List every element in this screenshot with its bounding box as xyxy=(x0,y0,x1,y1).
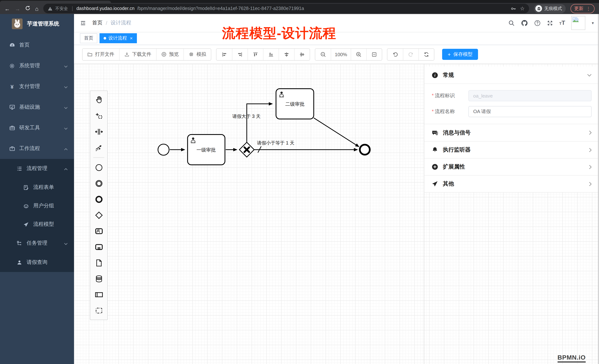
sidebar-item-home[interactable]: 首页 xyxy=(0,35,74,55)
flow-gateway-to-task2[interactable] xyxy=(247,104,272,142)
sidebar-item-devtools[interactable]: 研发工具 xyxy=(0,118,74,138)
chevron-right-icon xyxy=(589,165,592,169)
lasso-tool[interactable] xyxy=(90,108,107,124)
space-tool[interactable] xyxy=(90,124,107,140)
align-right-button[interactable] xyxy=(232,49,247,60)
breadcrumb-home[interactable]: 首页 xyxy=(92,20,103,26)
tag-home[interactable]: 首页 xyxy=(80,33,97,43)
start-event[interactable] xyxy=(158,144,169,155)
align-bottom-button[interactable] xyxy=(263,49,279,60)
create-gateway[interactable] xyxy=(90,207,107,223)
field-label: *流程名称 xyxy=(432,108,468,115)
process-name-input[interactable] xyxy=(468,106,592,117)
section-message-signal[interactable]: 消息与信号 xyxy=(424,124,599,141)
chevron-down-icon xyxy=(587,74,592,76)
menu-fold-icon[interactable] xyxy=(80,20,86,26)
paper-plane-icon xyxy=(23,221,29,227)
sidebar-item-user-group[interactable]: 用户分组 xyxy=(0,197,74,215)
chrome-update-button[interactable]: 更新 ⋮ xyxy=(571,4,595,13)
font-size-icon[interactable]: TT xyxy=(559,20,565,26)
sidebar-item-process-model[interactable]: 流程模型 xyxy=(0,215,74,234)
close-icon[interactable]: × xyxy=(130,35,133,41)
reload-button[interactable] xyxy=(25,6,30,11)
user-avatar[interactable] xyxy=(572,16,585,30)
browser-tab[interactable] xyxy=(0,1,111,3)
browser-menu-icon[interactable]: ⋮ xyxy=(586,6,591,11)
end-event[interactable] xyxy=(360,145,370,155)
align-left-button[interactable] xyxy=(216,49,232,60)
broken-image-icon xyxy=(573,17,579,22)
section-general[interactable]: i 常规 xyxy=(424,67,599,84)
bookmark-star-icon[interactable]: ☆ xyxy=(520,6,525,11)
breadcrumb-separator: / xyxy=(106,20,107,26)
restart-button[interactable] xyxy=(418,49,434,60)
folder-icon xyxy=(87,52,92,57)
back-button[interactable]: ← xyxy=(4,6,10,11)
create-data-object[interactable] xyxy=(90,255,107,271)
history-button-group xyxy=(387,48,434,60)
download-file-button[interactable]: 下载文件 xyxy=(119,49,156,60)
zoom-out-button[interactable] xyxy=(315,49,331,60)
sidebar-item-infra[interactable]: 基础设施 xyxy=(0,97,74,118)
global-connect-tool[interactable] xyxy=(90,140,107,156)
sidebar-item-process-mgmt[interactable]: 流程管理 xyxy=(0,159,74,178)
preview-button[interactable]: 预览 xyxy=(156,49,184,60)
align-horizontal-center-button[interactable] xyxy=(294,49,310,60)
sidebar-item-process-form[interactable]: 流程表单 xyxy=(0,178,74,197)
fullscreen-icon[interactable] xyxy=(547,20,553,26)
search-icon[interactable] xyxy=(508,20,514,26)
create-user-task[interactable] xyxy=(90,223,107,239)
create-participant[interactable] xyxy=(90,287,107,303)
sidebar-item-workflow[interactable]: 工作流程 xyxy=(0,138,74,159)
create-group[interactable] xyxy=(90,303,107,319)
align-vertical-center-button[interactable] xyxy=(279,49,294,60)
hand-tool[interactable] xyxy=(90,92,107,108)
url-host[interactable]: dashboard.yudao.iocoder.cn xyxy=(76,6,134,11)
section-title: 其他 xyxy=(443,180,454,187)
sidebar-item-system[interactable]: 系统管理 xyxy=(0,55,74,76)
section-extended-attributes[interactable]: 扩展属性 xyxy=(424,158,599,175)
process-key-input[interactable] xyxy=(468,90,592,101)
section-title: 扩展属性 xyxy=(443,163,465,170)
help-icon[interactable] xyxy=(534,20,540,26)
url-path[interactable]: /bpm/manager/model/design?modelId=e4a1a1… xyxy=(137,6,304,11)
bpmn-io-logo[interactable]: BPMN.iO xyxy=(558,354,586,363)
github-icon[interactable] xyxy=(521,19,528,26)
sidebar-item-label: 流程模型 xyxy=(33,221,54,228)
app-logo-row[interactable]: 芋道管理系统 xyxy=(0,14,74,33)
forward-button[interactable]: → xyxy=(15,6,20,11)
zoom-out-icon xyxy=(320,51,326,57)
create-data-store[interactable] xyxy=(90,271,107,287)
sidebar-item-payment[interactable]: ¥ 支付管理 xyxy=(0,76,74,97)
avatar-caret-icon[interactable]: ▾ xyxy=(592,20,594,25)
align-top-button[interactable] xyxy=(247,49,263,60)
undo-button[interactable] xyxy=(387,49,403,60)
edge-label-less-equal-1-day[interactable]: 请假小于等于 1 天 xyxy=(257,140,294,145)
home-button[interactable]: ⌂ xyxy=(35,6,38,11)
sidebar-item-task-mgmt[interactable]: 任务管理 xyxy=(0,234,74,253)
create-subprocess[interactable] xyxy=(90,239,107,255)
create-start-event[interactable] xyxy=(90,160,107,176)
edge-label-greater-3-days[interactable]: 请假大于 3 天 xyxy=(232,114,261,119)
password-key-icon[interactable] xyxy=(511,6,516,11)
save-model-button[interactable]: + 保存模型 xyxy=(442,49,478,60)
flow-task2-to-end[interactable] xyxy=(314,118,359,147)
tag-design-process[interactable]: 设计流程 × xyxy=(99,33,137,43)
section-title: 常规 xyxy=(443,71,454,78)
button-label: 模拟 xyxy=(196,51,206,58)
create-end-event[interactable] xyxy=(90,191,107,207)
simulate-button[interactable]: 模拟 xyxy=(184,49,211,60)
annotation-title: 流程模型-设计流程 xyxy=(222,24,336,42)
security-label[interactable]: 不安全 xyxy=(55,6,68,11)
create-intermediate-event[interactable] xyxy=(90,176,107,191)
address-bar[interactable]: 不安全 dashboard.yudao.iocoder.cn /bpm/mana… xyxy=(43,4,529,13)
zoom-reset-button[interactable] xyxy=(366,49,382,60)
zoom-in-button[interactable] xyxy=(351,49,366,60)
open-file-button[interactable]: 打开文件 xyxy=(82,49,119,60)
section-execution-listener[interactable]: 执行监听器 xyxy=(424,141,599,158)
section-other[interactable]: 其他 xyxy=(424,175,599,192)
app-logo xyxy=(12,18,23,29)
redo-button[interactable] xyxy=(403,49,418,60)
sidebar-item-leave-query[interactable]: 请假查询 xyxy=(0,253,74,272)
bpmn-canvas[interactable]: 一级审批 二级审批 请假大于 3 天 请假小于等于 1 天 xyxy=(74,64,599,364)
